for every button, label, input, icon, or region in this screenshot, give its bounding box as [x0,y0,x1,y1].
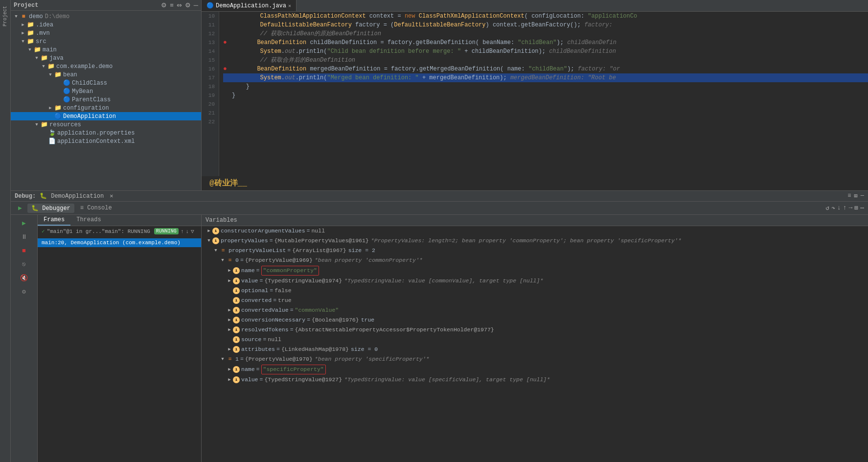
var-circle-value-specific: i [233,376,240,383]
debug-controls-left: ▶ ⏸ ■ ⎋ 🔇 ⚙ [11,215,38,462]
gear-icon[interactable]: ⚙ [185,1,191,9]
breakpoint-19[interactable]: ● [223,65,227,73]
folder-icon-idea: 📁 [26,21,34,28]
debug-tab-debugger[interactable]: 🐛 Debugger [27,204,74,213]
line-num-13: 13 [206,38,215,47]
var-row-optional: i optional = false [202,286,868,296]
var-row-name-specific: ▶ i name = "specificProperty" [202,364,868,375]
expand-0[interactable]: ▶ [206,227,212,235]
debug-tool-step-out[interactable]: ↑ [843,204,847,212]
code-line-20: System . out .println( "Merged bean defi… [223,73,868,82]
tree-item-configuration[interactable]: ▶ 📁 configuration [11,104,201,112]
expand-attributes[interactable]: ▶ [226,345,233,354]
breakpoint-15[interactable]: ● [223,38,227,47]
settings-icon[interactable]: ⚙ [161,1,167,9]
tree-item-java[interactable]: ▼ 📁 java [11,54,201,62]
frames-tab[interactable]: Frames [38,215,70,226]
tree-item-main[interactable]: ▼ 📁 main [11,46,201,54]
var-row-resolvedtokens: ▶ i resolvedTokens = {AbstractNestablePr… [202,325,868,335]
tree-item-appctx[interactable]: 📄 applicationContext.xml [11,137,201,145]
tab-label: DemoApplication.java [216,2,286,9]
debug-tool-eval[interactable]: ⊞ [854,204,858,212]
tree-label-demo: demo [29,13,43,20]
line-num-22: 22 [206,117,215,126]
expand-3[interactable]: ▼ [219,256,226,265]
minimize-icon[interactable]: ─ [194,1,198,9]
tree-label-demoapplication: DemoApplication [63,113,116,120]
thread-filter[interactable]: ▽ [191,228,194,234]
threads-tab[interactable]: Threads [70,215,107,226]
thread-nav-up[interactable]: ↑ [181,229,184,234]
debug-resume-btn[interactable]: ▶ [15,203,25,213]
tree-label-com-example: com.example.demo [56,63,113,70]
debug-resume-side-btn[interactable]: ▶ [19,218,29,229]
code-line-15: ● BeanDefinition childBeanDefinition = f… [223,38,868,47]
project-tab-vertical[interactable]: Project [1,2,9,30]
var-circle-name-specific: i [233,366,240,373]
expand-icon[interactable]: ⇔ [177,1,182,9]
tree-item-mybean[interactable]: 🔵 MyBean [11,87,201,95]
tree-path-demo: D:\demo [45,13,69,20]
var-circle-attributes: i [233,346,240,353]
tab-demoapplication[interactable]: 🔵 DemoApplication.java ✕ [202,0,297,11]
tree-item-childclass[interactable]: 🔵 ChildClass [11,79,201,87]
debug-tool-step-into[interactable]: ↓ [837,204,841,212]
tree-item-com-example[interactable]: ▼ 📁 com.example.demo [11,62,201,70]
frames-threads-tabs: Frames Threads [38,215,201,226]
thread-info-row: ✓ "main"@1 in gr..."main": RUNNING RUNNI… [38,226,201,236]
debug-disconnect-btn[interactable]: ⎋ [19,259,29,270]
expand-value-common[interactable]: ▶ [226,277,233,285]
tree-item-idea[interactable]: ▶ 📁 .idea [11,21,201,29]
folder-icon-resources: 📁 [40,121,48,128]
tree-item-resources[interactable]: ▼ 📁 resources [11,120,201,129]
code-line-21: } [223,82,868,91]
var-circle-optional: i [233,287,240,294]
var-row-value-common: ▶ i value = {TypedStringValue@1974} *Typ… [202,276,868,286]
expand-4[interactable]: ▼ [219,355,226,364]
project-panel: Project ⚙ ≡ ⇔ ⚙ ─ ▼ ■ demo D:\demo [11,0,202,190]
debug-stop-btn[interactable]: ■ [19,245,29,256]
folder-icon-com-example: 📁 [47,63,55,70]
code-line-12: DefaultListableBeanFactory factory = ( D… [223,21,868,29]
expand-2[interactable]: ▼ [212,246,219,255]
debug-tool-rerun[interactable]: ↺ [825,204,829,212]
tree-item-demo[interactable]: ▼ ■ demo D:\demo [11,13,201,21]
var-row-0: ▶ i constructorArgumentValues = null [202,226,868,236]
var-icon-3: = [226,256,234,265]
debug-tool-step-over[interactable]: ↷ [831,204,835,212]
debug-close-icon[interactable]: ✕ [110,192,113,200]
code-line-10: ClassPathXmlApplicationContext context =… [223,12,868,21]
debug-tab-console[interactable]: ≡ Console [76,204,116,212]
running-badge: RUNNING [154,228,179,234]
expand-resolvedtokens[interactable]: ▶ [226,325,233,334]
expand-conversionnecessary[interactable]: ▶ [226,316,233,324]
tree-item-parentclass[interactable]: 🔵 ParentClass [11,95,201,104]
code-line-18: // 获取合并后的BeanDefinition [223,56,868,65]
debug-tool-step-cursor[interactable]: → [849,204,853,212]
code-content: 10 11 12 13 14 15 16 17 18 19 20 21 22 [202,12,868,176]
tree-item-bean[interactable]: ▼ 📁 bean [11,70,201,79]
debug-title-label: Debug: [15,193,36,200]
tree-item-demoapplication[interactable]: 🔵 DemoApplication [11,112,201,120]
expand-name-specific[interactable]: ▶ [226,365,233,374]
tree-arrow-demo: ▼ [13,14,20,19]
tree-item-appprops[interactable]: 🍃 application.properties [11,129,201,137]
tree-item-mvn[interactable]: ▶ 📁 .mvn [11,29,201,37]
debug-pause-btn[interactable]: ⏸ [19,231,29,242]
expand-1[interactable]: ▼ [206,236,212,245]
debug-settings-btn[interactable]: ⚙ [19,286,29,297]
debug-toolbar-icon1[interactable]: ≡ [847,192,851,200]
debug-toolbar-icon2[interactable]: ⊞ [854,192,858,200]
expand-value-specific[interactable]: ▶ [226,375,233,384]
expand-name-common[interactable]: ▶ [226,266,233,275]
debug-toolbar-icon3[interactable]: ─ [861,192,864,200]
debug-mute-btn[interactable]: 🔇 [19,273,29,283]
variables-header: Variables [202,215,868,226]
expand-convertedvalue[interactable]: ▶ [226,306,233,315]
frame-item-0[interactable]: main:20, DemoApplication (com.example.de… [38,238,201,247]
debug-tool-more[interactable]: ⋯ [860,204,864,212]
thread-nav-down[interactable]: ↓ [185,229,189,234]
collapse-all-icon[interactable]: ≡ [170,1,174,9]
tab-close-btn[interactable]: ✕ [288,3,291,9]
tree-item-src[interactable]: ▼ 📁 src [11,37,201,46]
